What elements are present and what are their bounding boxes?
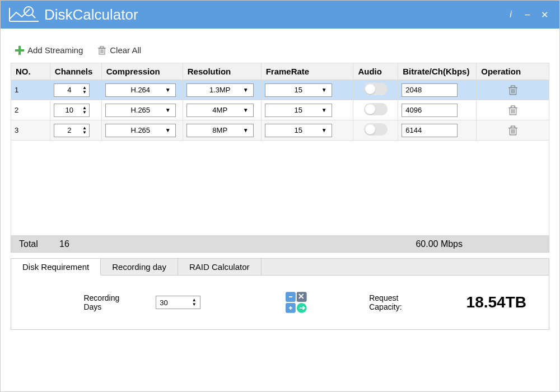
bitrate-input[interactable] [402, 83, 458, 97]
app-title-light: Calculator [73, 6, 138, 24]
header-compression: Compression [101, 63, 183, 80]
audio-toggle[interactable] [364, 123, 388, 136]
minimize-button[interactable]: – [519, 6, 536, 23]
request-capacity-value: 18.54TB [466, 293, 526, 311]
header-resolution: Resolution [183, 63, 261, 80]
audio-toggle[interactable] [364, 83, 388, 95]
bitrate-input[interactable] [402, 124, 458, 137]
header-bitrate: Bitrate/Ch(Kbps) [398, 63, 477, 80]
table-row[interactable]: 210▲▼H.2654MP15 [11, 100, 549, 120]
info-button[interactable]: i [502, 6, 519, 23]
svg-rect-34 [289, 296, 292, 297]
total-label: Total [19, 239, 59, 249]
resolution-select[interactable]: 1.3MP [186, 83, 254, 97]
trash-icon [508, 125, 518, 136]
streams-table: NO. Channels Compression Resolution Fram… [11, 63, 549, 141]
table-row[interactable]: 14▲▼H.2641.3MP15 [11, 80, 549, 100]
total-channels: 16 [59, 239, 93, 249]
app-title-bold: Disk [44, 6, 73, 24]
tab-recording-day[interactable]: Recording day [101, 259, 178, 276]
cell-no: 3 [11, 120, 50, 141]
recording-days-value: 30 [160, 298, 167, 307]
header-audio: Audio [353, 63, 398, 80]
spinner-arrows-icon: ▲▼ [82, 126, 87, 135]
toolbar: Add Streaming Clear All [11, 40, 549, 63]
header-operation: Operation [477, 63, 549, 80]
framerate-select[interactable]: 15 [265, 104, 332, 117]
cell-no: 1 [11, 80, 50, 100]
svg-line-1 [32, 15, 35, 18]
trash-icon [508, 85, 518, 95]
compression-select[interactable]: H.264 [105, 83, 176, 97]
titlebar: Disk Calculator i – ✕ [1, 1, 559, 29]
clear-all-label: Clear All [110, 45, 141, 55]
header-framerate: FrameRate [261, 63, 353, 80]
spinner-arrows-icon: ▲▼ [82, 86, 87, 95]
tab-disk-requirement[interactable]: Disk Requirement [11, 259, 101, 276]
compression-select[interactable]: H.265 [105, 104, 176, 117]
close-button[interactable]: ✕ [536, 6, 553, 23]
tabs: Disk Requirement Recording day RAID Calc… [11, 258, 549, 330]
resolution-select[interactable]: 4MP [186, 104, 254, 117]
add-streaming-button[interactable]: Add Streaming [15, 45, 83, 55]
plus-icon [15, 46, 24, 55]
calculator-icon[interactable] [284, 291, 308, 314]
delete-row-button[interactable] [480, 125, 545, 136]
app-logo: Disk Calculator [7, 6, 138, 24]
total-bitrate: 60.00 Mbps [416, 239, 463, 249]
spinner-arrows-icon: ▲▼ [192, 298, 197, 307]
recording-days-label: Recording Days [83, 293, 139, 311]
bitrate-input[interactable] [402, 104, 458, 117]
framerate-select[interactable]: 15 [265, 124, 332, 137]
framerate-select[interactable]: 15 [265, 83, 332, 97]
svg-point-0 [24, 7, 33, 16]
compression-select[interactable]: H.265 [105, 124, 176, 137]
delete-row-button[interactable] [480, 105, 545, 115]
channels-input[interactable]: 2▲▼ [54, 124, 90, 137]
delete-row-button[interactable] [480, 85, 545, 95]
add-streaming-label: Add Streaming [27, 45, 83, 55]
spinner-arrows-icon: ▲▼ [82, 106, 87, 115]
request-capacity-label: Request Capacity: [369, 293, 432, 311]
cell-no: 2 [11, 100, 50, 120]
total-bar: Total 16 60.00 Mbps [11, 236, 549, 253]
trash-icon [97, 46, 106, 55]
header-no: NO. [11, 63, 50, 80]
audio-toggle[interactable] [364, 103, 388, 115]
tab-panel-disk-requirement: Recording Days 30 ▲▼ Request Capacity: 1… [11, 276, 549, 329]
recording-days-input[interactable]: 30 ▲▼ [156, 296, 200, 309]
chart-logo-icon [7, 6, 41, 24]
channels-input[interactable]: 10▲▼ [54, 104, 90, 117]
tab-raid-calculator[interactable]: RAID Calculator [178, 259, 262, 276]
svg-rect-5 [15, 49, 24, 52]
table-empty-area [11, 141, 549, 236]
svg-rect-36 [290, 306, 291, 310]
resolution-select[interactable]: 8MP [186, 124, 254, 137]
header-channels: Channels [50, 63, 101, 80]
table-row[interactable]: 32▲▼H.2658MP15 [11, 120, 549, 141]
trash-icon [508, 105, 518, 115]
clear-all-button[interactable]: Clear All [97, 45, 141, 55]
channels-input[interactable]: 4▲▼ [54, 83, 90, 97]
